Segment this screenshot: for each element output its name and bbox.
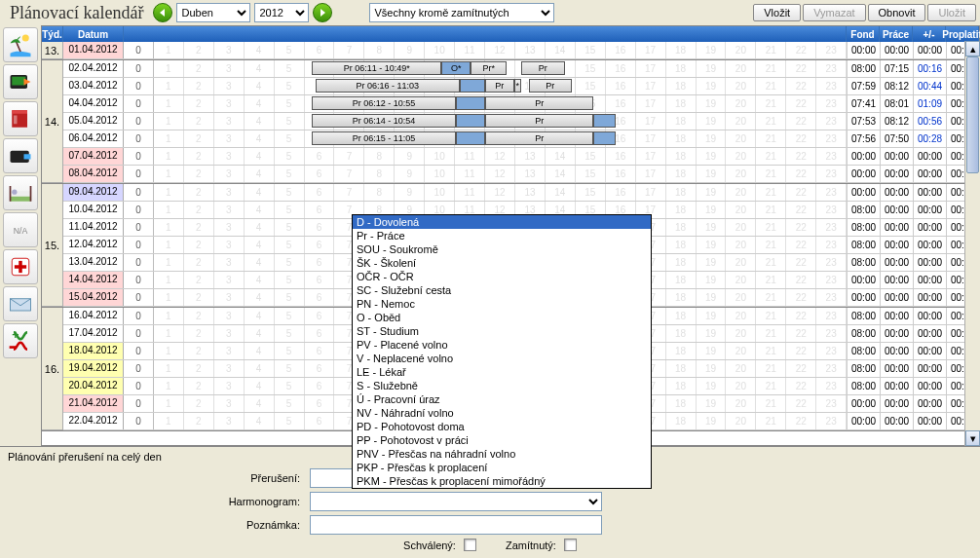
timeline[interactable]: 01234567891011121314151617181920212223 — [124, 166, 847, 182]
schvaleny-checkbox[interactable] — [464, 539, 476, 551]
dropdown-item[interactable]: PN - Nemoc — [353, 297, 651, 311]
timeline-bar[interactable]: Pr 06:11 - 10:49* — [312, 61, 442, 75]
timeline-bar[interactable] — [593, 131, 615, 145]
timeline-bar[interactable]: Pr 06:15 - 11:05 — [312, 131, 456, 145]
day-row[interactable]: 03.04.2012012345678910111213141516171819… — [63, 78, 979, 95]
timeline-bar[interactable]: Pr 06:14 - 10:54 — [312, 114, 456, 128]
filter-select[interactable]: Všechny kromě zamítnutých — [369, 3, 554, 22]
timeline[interactable]: 01234567891011121314151617181920212223Pr… — [124, 78, 847, 94]
dropdown-item[interactable]: PP - Pohotovost v práci — [353, 433, 651, 447]
dropdown-item[interactable]: NV - Náhradní volno — [353, 406, 651, 420]
timeline-bar[interactable] — [460, 79, 485, 93]
timeline[interactable]: 01234567891011121314151617181920212223Pr… — [124, 130, 847, 147]
dropdown-item[interactable]: PV - Placené volno — [353, 338, 651, 352]
dropdown-item[interactable]: PKP - Přesčas k proplacení — [353, 461, 651, 474]
date-cell[interactable]: 06.04.2012 — [63, 130, 124, 147]
dropdown-item[interactable]: ST - Studium — [353, 324, 651, 338]
day-row[interactable]: 06.04.2012012345678910111213141516171819… — [63, 130, 979, 148]
tool-bed[interactable] — [3, 175, 38, 210]
date-cell[interactable]: 07.04.2012 — [63, 148, 124, 165]
zamitnuty-checkbox[interactable] — [564, 539, 577, 551]
timeline[interactable]: 01234567891011121314151617181920212223Pr… — [124, 95, 847, 112]
date-cell[interactable]: 17.04.2012 — [63, 325, 124, 342]
day-row[interactable]: 04.04.2012012345678910111213141516171819… — [63, 95, 979, 113]
timeline[interactable]: 01234567891011121314151617181920212223Pr… — [124, 113, 847, 130]
date-cell[interactable]: 08.04.2012 — [63, 166, 124, 182]
tool-na[interactable]: N/A — [3, 212, 38, 247]
year-select[interactable]: 2012 — [254, 3, 309, 22]
tool-book[interactable] — [3, 101, 38, 136]
dropdown-item[interactable]: S - Služebně — [353, 379, 651, 392]
date-cell[interactable]: 18.04.2012 — [63, 343, 124, 359]
date-cell[interactable]: 09.04.2012 — [63, 184, 124, 201]
date-cell[interactable]: 14.04.2012 — [63, 272, 124, 288]
day-row[interactable]: 08.04.2012012345678910111213141516171819… — [63, 166, 979, 183]
date-cell[interactable]: 02.04.2012 — [63, 60, 124, 77]
date-cell[interactable]: 10.04.2012 — [63, 202, 124, 218]
scroll-up-arrow[interactable]: ▴ — [965, 41, 980, 56]
timeline[interactable]: 01234567891011121314151617181920212223 — [124, 148, 847, 165]
timeline-bar[interactable] — [456, 114, 485, 128]
timeline[interactable]: 01234567891011121314151617181920212223Pr… — [124, 60, 847, 77]
tool-mail[interactable] — [3, 286, 38, 321]
timeline[interactable]: 01234567891011121314151617181920212223 — [124, 184, 847, 201]
date-cell[interactable]: 19.04.2012 — [63, 360, 124, 377]
date-cell[interactable]: 15.04.2012 — [63, 289, 124, 306]
tool-wallet[interactable] — [3, 138, 38, 173]
dropdown-item[interactable]: O - Oběd — [353, 311, 651, 324]
date-cell[interactable]: 04.04.2012 — [63, 95, 124, 112]
timeline-bar[interactable]: Pr — [529, 79, 573, 93]
date-cell[interactable]: 20.04.2012 — [63, 378, 124, 394]
timeline-bar[interactable]: Pr 06:16 - 11:03 — [316, 79, 460, 93]
dropdown-item[interactable]: D - Dovolená — [353, 215, 651, 229]
timeline-bar[interactable]: Pr — [485, 79, 514, 93]
timeline-bar[interactable]: * — [514, 79, 521, 93]
date-cell[interactable]: 12.04.2012 — [63, 237, 124, 253]
date-cell[interactable]: 05.04.2012 — [63, 113, 124, 130]
timeline-bar[interactable]: Pr — [521, 61, 565, 75]
tool-add-remove[interactable]: + — [3, 323, 38, 358]
poznamka-input[interactable] — [310, 515, 602, 535]
dropdown-item[interactable]: PD - Pohotovost doma — [353, 420, 651, 433]
day-row[interactable]: 07.04.2012012345678910111213141516171819… — [63, 148, 979, 166]
date-cell[interactable]: 11.04.2012 — [63, 219, 124, 236]
timeline-bar[interactable]: O* — [441, 61, 471, 75]
dropdown-item[interactable]: Pr - Práce — [353, 229, 651, 242]
interruption-dropdown-list[interactable]: D - DovolenáPr - PráceSOU - SoukroměŠK -… — [352, 214, 652, 489]
tool-export[interactable] — [3, 64, 38, 99]
timeline-bar[interactable]: Pr 06:12 - 10:55 — [312, 96, 456, 110]
timeline-bar[interactable] — [593, 114, 615, 128]
dropdown-item[interactable]: ŠK - Školení — [353, 256, 651, 270]
day-row[interactable]: 09.04.2012012345678910111213141516171819… — [63, 184, 979, 202]
dropdown-item[interactable]: SC - Služební cesta — [353, 283, 651, 297]
day-row[interactable]: 02.04.2012012345678910111213141516171819… — [63, 60, 979, 78]
date-cell[interactable]: 01.04.2012 — [63, 42, 124, 58]
dropdown-item[interactable]: PNV - Přesčas na náhradní volno — [353, 447, 651, 461]
dropdown-item[interactable]: PKM - Přesčas k proplacení mimořádný — [353, 474, 651, 488]
obnovit-button[interactable]: Obnovit — [868, 4, 926, 21]
day-row[interactable]: 01.04.2012012345678910111213141516171819… — [63, 42, 979, 59]
scroll-down-arrow[interactable]: ▾ — [965, 430, 980, 446]
tool-medical[interactable] — [3, 249, 38, 284]
timeline-bar[interactable]: Pr — [485, 131, 593, 145]
vertical-scrollbar[interactable]: ▴ ▾ — [964, 41, 980, 446]
timeline-bar[interactable] — [456, 96, 485, 110]
date-cell[interactable]: 16.04.2012 — [63, 308, 124, 324]
timeline-bar[interactable]: Pr — [485, 96, 593, 110]
vymazat-button[interactable]: Vymazat — [803, 4, 865, 21]
date-cell[interactable]: 13.04.2012 — [63, 254, 124, 271]
next-month-button[interactable] — [313, 3, 332, 22]
timeline-bar[interactable] — [456, 131, 485, 145]
dropdown-item[interactable]: Ú - Pracovní úraz — [353, 392, 651, 406]
timeline-bar[interactable]: Pr* — [471, 61, 507, 75]
dropdown-item[interactable]: OČR - OČR — [353, 270, 651, 283]
vlozit-button[interactable]: Vložit — [753, 4, 801, 21]
ulozit-button[interactable]: Uložit — [927, 4, 976, 21]
prev-month-button[interactable] — [153, 3, 172, 22]
day-row[interactable]: 05.04.2012012345678910111213141516171819… — [63, 113, 979, 130]
dropdown-item[interactable]: V - Neplacené volno — [353, 352, 651, 365]
date-cell[interactable]: 22.04.2012 — [63, 413, 124, 429]
month-select[interactable]: Duben — [176, 3, 250, 22]
date-cell[interactable]: 21.04.2012 — [63, 395, 124, 412]
timeline[interactable]: 01234567891011121314151617181920212223 — [124, 42, 847, 58]
